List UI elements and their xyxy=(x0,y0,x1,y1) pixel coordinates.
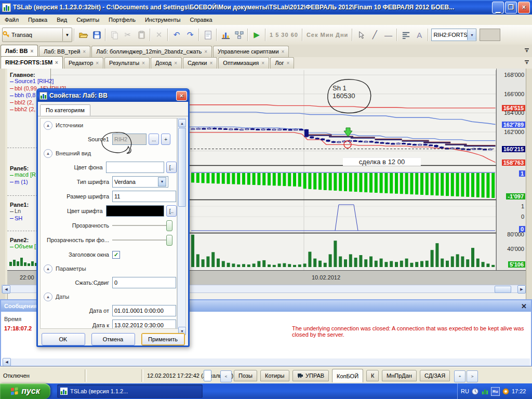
dialog-section-внешний вид[interactable]: ▲Внешний вид xyxy=(41,147,177,160)
undo-icon[interactable]: ↶ xyxy=(170,28,183,42)
cursor-icon[interactable] xyxy=(354,28,368,42)
dialog-section-даты[interactable]: ▲Даты xyxy=(41,290,177,303)
color-swatch[interactable] xyxy=(106,162,164,173)
slider-handle[interactable] xyxy=(166,220,172,231)
tray-history-icon[interactable] xyxy=(471,388,479,395)
scroll-right-button[interactable]: ▶ xyxy=(517,285,526,294)
field-input[interactable]: 11 xyxy=(112,191,176,202)
transparency-slider[interactable] xyxy=(112,240,170,241)
taskbar-item-tslab[interactable]: TSLab (версия 1.1.2... xyxy=(57,384,203,398)
dialog-tab-categories[interactable]: По категориям xyxy=(40,104,90,116)
tray-language[interactable]: RU xyxy=(461,388,469,394)
restore-button[interactable]: ❐ xyxy=(505,2,517,14)
add-source-button[interactable]: + xyxy=(161,134,170,145)
status-add-button[interactable]: + xyxy=(454,370,466,382)
workspace-tab-лаб-вв_трей[interactable]: Лаб: ВВ_трей× xyxy=(39,46,90,57)
instrument-combo[interactable]: RIH2:FORTS▼ xyxy=(431,29,476,41)
script-icon[interactable] xyxy=(232,28,246,42)
workspace-tab-лаб-боллинджер_12min_2bandz_сжать[interactable]: Лаб: боллинджер_12min_2bandz_сжать× xyxy=(91,46,212,57)
messages-close-icon[interactable]: ✕ xyxy=(521,302,531,310)
status-tab-сд/зая[interactable]: СД/ЗАЯ xyxy=(420,370,450,381)
chart-icon[interactable] xyxy=(219,28,232,42)
tab-close-icon[interactable]: × xyxy=(261,60,264,66)
redo-icon[interactable]: ↷ xyxy=(183,28,197,42)
field-input[interactable]: 01.01.0001 0:00:00 xyxy=(112,305,176,316)
tab-close-icon[interactable]: × xyxy=(31,48,34,54)
ok-button[interactable]: OK xyxy=(42,333,85,345)
collapse-icon[interactable]: ▲ xyxy=(44,121,52,130)
field-select[interactable]: Verdana▼ xyxy=(112,176,168,188)
close-button[interactable]: × xyxy=(518,2,530,14)
price-axis[interactable]: 168'000166'000164'515164'000162'789162'0… xyxy=(496,69,526,270)
view-tab-редактор[interactable]: Редактор× xyxy=(64,57,103,69)
workspace-tab-лаб-bb[interactable]: Лаб: BB× xyxy=(1,45,38,57)
transparency-slider[interactable] xyxy=(112,225,170,227)
collapse-icon[interactable]: ▲ xyxy=(44,264,52,273)
save-icon[interactable] xyxy=(90,28,103,42)
open-icon[interactable] xyxy=(76,28,90,42)
sheet-icon[interactable] xyxy=(201,28,215,42)
field-input[interactable]: RIH2 xyxy=(112,134,147,145)
copy-icon[interactable] xyxy=(108,28,121,42)
minus-icon[interactable]: — xyxy=(381,28,395,42)
align-icon[interactable] xyxy=(399,28,413,42)
cancel-button[interactable]: Отмена xyxy=(91,333,135,345)
tab-close-icon[interactable]: × xyxy=(204,49,207,55)
color-picker-button[interactable]: [.. xyxy=(166,162,177,173)
tab-close-icon[interactable]: × xyxy=(83,49,86,55)
menu-item-файл[interactable]: Файл xyxy=(0,16,23,24)
messages-scrollbar[interactable]: ◀ xyxy=(2,358,530,366)
dialog-scrollbar[interactable]: ▲ ▼ xyxy=(177,118,186,329)
status-prev-button[interactable]: < xyxy=(220,370,232,382)
cut-icon[interactable]: ✂ xyxy=(121,28,135,42)
slider-handle[interactable] xyxy=(166,235,172,246)
tab-overflow-icon[interactable]: ▼ xyxy=(525,60,529,65)
tab-close-icon[interactable]: × xyxy=(282,49,285,55)
view-tab-результаты[interactable]: Результаты× xyxy=(104,57,150,69)
dialog-close-button[interactable]: × xyxy=(176,91,187,101)
line-icon[interactable]: ╱ xyxy=(368,28,381,42)
apply-button[interactable]: Применить xyxy=(141,333,185,345)
font-icon[interactable]: A xyxy=(413,28,426,42)
field-input[interactable]: 13.02.2012 0:30:00 xyxy=(112,320,176,329)
combo-dropdown-icon[interactable]: ▼ xyxy=(467,30,476,40)
workspace-tab-управление-скриптами[interactable]: Управление скриптами× xyxy=(213,46,289,57)
dialog-section-источники[interactable]: ▲Источники xyxy=(41,118,177,132)
scroll-left-button[interactable]: ◀ xyxy=(2,285,10,294)
paste-icon[interactable] xyxy=(135,28,148,42)
color-picker-button[interactable]: [.. xyxy=(166,205,177,217)
select-dropdown-icon[interactable]: ▼ xyxy=(158,177,166,187)
tab-close-icon[interactable]: × xyxy=(96,60,99,66)
view-tab-оптимизация[interactable]: Оптимизация× xyxy=(218,57,269,69)
minimize-button[interactable]: ▁ xyxy=(492,2,504,14)
collapse-icon[interactable]: ▲ xyxy=(44,292,52,301)
view-tab-сделки[interactable]: Сделки× xyxy=(183,57,217,69)
menu-item-инструменты[interactable]: Инструменты xyxy=(140,16,185,24)
tab-close-icon[interactable]: × xyxy=(209,60,212,66)
dialog-titlebar[interactable]: Свойства: Лаб: BB × xyxy=(37,89,189,102)
menu-item-справка[interactable]: Справка xyxy=(185,16,217,24)
tab-close-icon[interactable]: × xyxy=(287,60,290,66)
tab-close-icon[interactable]: × xyxy=(174,60,177,66)
transaq-dropdown-icon[interactable]: ▼ xyxy=(62,29,72,41)
collapse-icon[interactable]: ▲ xyxy=(44,149,52,158)
status-tab-копбой[interactable]: КопБОЙ xyxy=(332,369,363,382)
tab-close-icon[interactable]: × xyxy=(142,60,145,66)
status-tab-мнпрдан[interactable]: МнПрДан xyxy=(382,370,417,381)
checkbox[interactable]: ✓ xyxy=(112,251,120,259)
scroll-thumb[interactable] xyxy=(495,286,511,293)
tray-tslab-icon[interactable] xyxy=(481,388,489,395)
status-tab-котиры[interactable]: Котиры xyxy=(260,370,289,381)
run-icon[interactable]: ▶ xyxy=(250,28,263,42)
menu-item-скрипты[interactable]: Скрипты xyxy=(72,16,104,24)
menu-item-вид[interactable]: Вид xyxy=(52,16,72,24)
start-button[interactable]: пуск xyxy=(0,383,50,399)
menu-item-правка[interactable]: Правка xyxy=(23,16,52,24)
browse-button[interactable]: ... xyxy=(149,134,159,145)
messages-scroll-left[interactable]: ◀ xyxy=(3,358,11,366)
tab-overflow-icon[interactable]: ▼ xyxy=(525,48,529,54)
dialog-scroll-up[interactable]: ▲ xyxy=(178,119,186,127)
tray-lang-indicator[interactable]: Ru xyxy=(491,387,500,396)
transaq-connect-button[interactable]: Transaq▼ xyxy=(2,28,72,42)
status-next-button[interactable]: > xyxy=(467,370,478,382)
